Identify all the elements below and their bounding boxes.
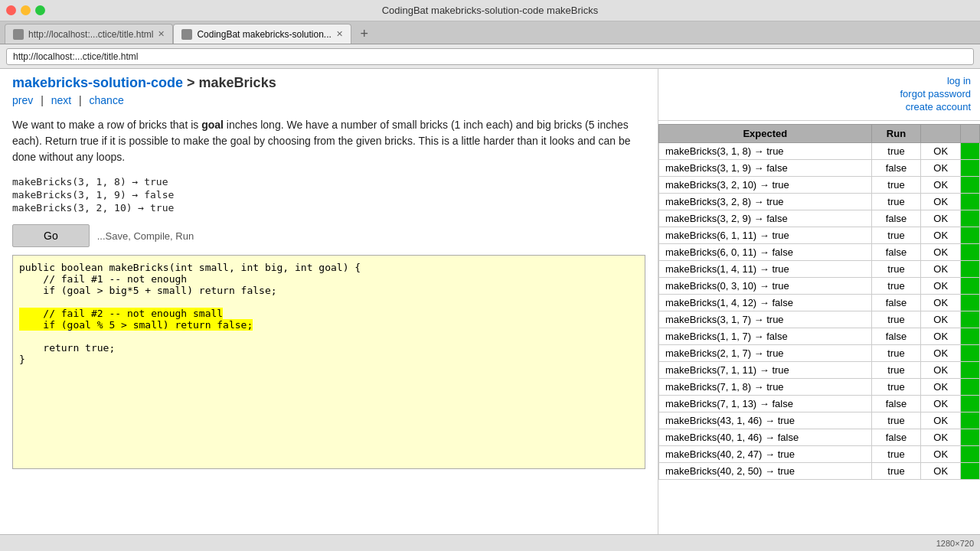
result-expr-0: makeBricks(3, 1, 8) → true <box>659 143 872 160</box>
result-expr-18: makeBricks(40, 2, 47) → true <box>659 446 872 463</box>
window-title: CodingBat makebricks-solution-code makeB… <box>382 5 599 16</box>
result-expr-16: makeBricks(43, 1, 46) → true <box>659 412 872 429</box>
result-run-4: false <box>871 210 921 227</box>
result-ok-8: OK <box>921 278 961 295</box>
table-row: makeBricks(40, 1, 46) → falsefalseOK <box>659 429 980 446</box>
table-row: makeBricks(3, 2, 9) → falsefalseOK <box>659 210 980 227</box>
result-pass-15 <box>961 396 980 412</box>
result-ok-19: OK <box>921 463 961 480</box>
example-1: makeBricks(3, 1, 8) → true <box>12 176 645 187</box>
result-pass-2 <box>961 177 980 194</box>
result-expr-2: makeBricks(3, 2, 10) → true <box>659 177 872 194</box>
code-line6: if (goal % 5 > small) return false; <box>31 319 253 331</box>
table-row: makeBricks(3, 2, 8) → truetrueOK <box>659 194 980 210</box>
result-expr-17: makeBricks(40, 1, 46) → false <box>659 429 872 446</box>
tab-1[interactable]: http://localhost:...ctice/title.html ✕ <box>5 24 173 44</box>
result-expr-19: makeBricks(40, 2, 50) → true <box>659 463 872 480</box>
table-row: makeBricks(7, 1, 11) → truetrueOK <box>659 362 980 379</box>
tab-favicon-2 <box>181 29 192 40</box>
result-pass-6 <box>961 244 980 261</box>
desc-text1: We want to make a row of bricks that is <box>12 119 201 131</box>
table-row: makeBricks(40, 2, 47) → truetrueOK <box>659 446 980 463</box>
table-row: makeBricks(6, 0, 11) → falsefalseOK <box>659 244 980 261</box>
result-run-16: true <box>871 412 921 429</box>
result-pass-8 <box>961 278 980 295</box>
result-pass-7 <box>961 261 980 278</box>
result-pass-1 <box>961 160 980 177</box>
result-run-3: true <box>871 194 921 210</box>
table-row: makeBricks(7, 1, 8) → truetrueOK <box>659 379 980 396</box>
breadcrumb-current: makeBricks <box>199 75 276 90</box>
description: We want to make a row of bricks that is … <box>12 117 645 165</box>
result-ok-17: OK <box>921 429 961 446</box>
right-panel: log in forgot password create account Ex… <box>658 69 980 534</box>
code-line2: // fail #1 -- not enough <box>31 273 188 285</box>
result-ok-4: OK <box>921 210 961 227</box>
result-pass-11 <box>961 328 980 345</box>
result-ok-14: OK <box>921 379 961 396</box>
table-row: makeBricks(1, 1, 7) → falsefalseOK <box>659 328 980 345</box>
nav-links: prev | next | chance <box>12 94 645 106</box>
table-row: makeBricks(1, 4, 11) → truetrueOK <box>659 261 980 278</box>
result-pass-4 <box>961 210 980 227</box>
table-row: makeBricks(3, 1, 9) → falsefalseOK <box>659 160 980 177</box>
tab-label-2: CodingBat makebricks-solution... <box>197 29 331 40</box>
result-run-14: true <box>871 379 921 396</box>
maximize-button[interactable] <box>35 5 45 15</box>
result-ok-12: OK <box>921 345 961 362</box>
result-run-1: false <box>871 160 921 177</box>
minimize-button[interactable] <box>21 5 31 15</box>
result-run-12: true <box>871 345 921 362</box>
login-link[interactable]: log in <box>947 75 971 86</box>
auth-area: log in forgot password create account <box>658 72 980 121</box>
result-run-10: true <box>871 311 921 328</box>
result-ok-10: OK <box>921 311 961 328</box>
nav-prev[interactable]: prev <box>12 94 33 106</box>
result-pass-0 <box>961 143 980 160</box>
result-pass-5 <box>961 227 980 244</box>
address-input[interactable]: http://localhost:...ctice/title.html <box>6 48 974 65</box>
result-pass-12 <box>961 345 980 362</box>
nav-chance[interactable]: chance <box>90 94 124 106</box>
create-link[interactable]: create account <box>906 101 971 112</box>
nav-next[interactable]: next <box>51 94 71 106</box>
main-content: makebricks-solution-code > makeBricks pr… <box>0 69 980 534</box>
result-expr-12: makeBricks(2, 1, 7) → true <box>659 345 872 362</box>
go-button[interactable]: Go <box>12 224 90 247</box>
table-row: makeBricks(3, 2, 10) → truetrueOK <box>659 177 980 194</box>
forgot-link[interactable]: forgot password <box>900 88 972 99</box>
result-pass-13 <box>961 362 980 379</box>
breadcrumb-separator: > <box>183 75 199 90</box>
result-expr-14: makeBricks(7, 1, 8) → true <box>659 379 872 396</box>
go-label: ...Save, Compile, Run <box>97 230 194 242</box>
window-controls[interactable] <box>6 5 45 15</box>
result-ok-2: OK <box>921 177 961 194</box>
nav-sep2: | <box>79 94 85 106</box>
result-ok-15: OK <box>921 396 961 412</box>
result-expr-4: makeBricks(3, 2, 9) → false <box>659 210 872 227</box>
result-expr-7: makeBricks(1, 4, 11) → true <box>659 261 872 278</box>
tab-close-1[interactable]: ✕ <box>158 29 165 39</box>
examples: makeBricks(3, 1, 8) → true makeBricks(3,… <box>12 176 645 214</box>
results-table: Expected Run makeBricks(3, 1, 8) → truet… <box>658 124 980 480</box>
result-ok-6: OK <box>921 244 961 261</box>
code-editor[interactable]: public boolean makeBricks(int small, int… <box>12 255 645 469</box>
table-row: makeBricks(6, 1, 11) → truetrueOK <box>659 227 980 244</box>
result-expr-11: makeBricks(1, 1, 7) → false <box>659 328 872 345</box>
tab-2[interactable]: CodingBat makebricks-solution... ✕ <box>173 24 351 44</box>
table-row: makeBricks(3, 1, 8) → truetrueOK <box>659 143 980 160</box>
new-tab-button[interactable]: + <box>354 24 374 44</box>
close-button[interactable] <box>6 5 16 15</box>
result-expr-10: makeBricks(3, 1, 7) → true <box>659 311 872 328</box>
result-run-5: true <box>871 227 921 244</box>
result-run-19: true <box>871 463 921 480</box>
result-run-17: false <box>871 429 921 446</box>
code-line5: // fail #2 -- not enough small <box>31 308 223 319</box>
result-run-13: true <box>871 362 921 379</box>
tab-close-2[interactable]: ✕ <box>336 29 343 39</box>
result-expr-6: makeBricks(6, 0, 11) → false <box>659 244 872 261</box>
result-ok-7: OK <box>921 261 961 278</box>
bottom-bar: 980×551 <box>0 534 980 551</box>
breadcrumb-parent[interactable]: makebricks-solution-code <box>12 75 183 90</box>
tab-favicon-1 <box>13 29 24 40</box>
